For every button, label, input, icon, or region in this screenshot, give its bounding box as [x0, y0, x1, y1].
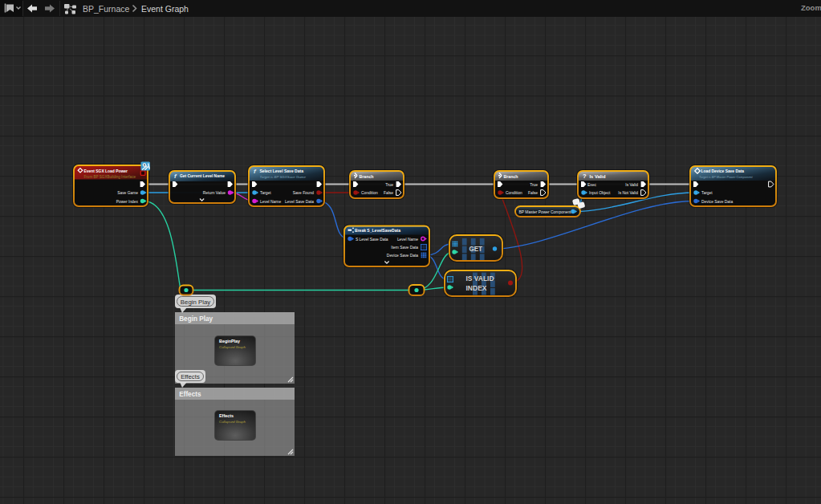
svg-text:False: False: [384, 191, 393, 195]
svg-text:Device Save Data: Device Save Data: [701, 200, 733, 204]
svg-text:Is Valid: Is Valid: [590, 174, 606, 179]
svg-text:Effects: Effects: [179, 391, 201, 398]
svg-text:Branch: Branch: [360, 174, 374, 179]
svg-text:Event SGX Load Power: Event SGX Load Power: [84, 169, 128, 173]
svg-text:BeginPlay: BeginPlay: [219, 339, 240, 343]
svg-text:True: True: [530, 183, 538, 187]
svg-text:IS VALID: IS VALID: [466, 274, 494, 282]
svg-text:Return Value: Return Value: [203, 191, 226, 195]
svg-text:Save Found: Save Found: [293, 191, 315, 195]
svg-text:Load Device Save Data: Load Device Save Data: [701, 169, 745, 173]
svg-text:Begin Play: Begin Play: [181, 299, 210, 306]
svg-text:Exec: Exec: [587, 183, 596, 187]
svg-text:Collapsed Graph: Collapsed Graph: [219, 345, 246, 349]
svg-text:BP Master Power Component: BP Master Power Component: [519, 209, 572, 214]
svg-text:Save Game: Save Game: [117, 191, 138, 195]
svg-text:Select Level Save Data: Select Level Save Data: [260, 169, 304, 173]
svg-text:True: True: [385, 183, 393, 187]
svg-text:Item Save Data: Item Save Data: [391, 246, 418, 250]
svg-text:Target is BP SGXSave Game: Target is BP SGXSave Game: [260, 175, 307, 179]
svg-text:False: False: [528, 191, 538, 195]
svg-text:Break S_LevelSaveData: Break S_LevelSaveData: [355, 228, 401, 233]
svg-text:BP_Furnace: BP_Furnace: [83, 4, 130, 14]
svg-text:Get Current Level Name: Get Current Level Name: [180, 173, 225, 178]
svg-text:Device Save Data: Device Save Data: [387, 254, 418, 258]
svg-text:Power Index: Power Index: [116, 200, 139, 204]
svg-text:Input Object: Input Object: [589, 191, 611, 195]
svg-text:GET: GET: [469, 244, 482, 253]
svg-text:Target: Target: [701, 191, 713, 195]
svg-text:Branch: Branch: [504, 174, 518, 179]
svg-text:Level Save Data: Level Save Data: [285, 200, 314, 204]
svg-text:Condition: Condition: [361, 191, 378, 195]
svg-text:S Level Save Data: S Level Save Data: [356, 238, 388, 242]
svg-text:Is Not Valid: Is Not Valid: [618, 191, 638, 195]
svg-text:Event Graph: Event Graph: [141, 4, 189, 14]
svg-text:Target: Target: [260, 191, 271, 195]
svg-text:Collapsed Graph: Collapsed Graph: [219, 420, 246, 424]
svg-text:Begin Play: Begin Play: [179, 315, 213, 323]
svg-text:Effects: Effects: [219, 413, 234, 418]
svg-text:?: ?: [583, 173, 587, 180]
svg-text:Is Valid: Is Valid: [625, 183, 638, 187]
svg-text:From BP SGXBuilding Interface: From BP SGXBuilding Interface: [84, 175, 136, 179]
svg-text:Level Name: Level Name: [397, 238, 418, 242]
svg-text:Target is BP Master Power Comp: Target is BP Master Power Component: [699, 175, 753, 179]
svg-text:Condition: Condition: [506, 191, 522, 195]
svg-text:Zoom -5: Zoom -5: [801, 3, 821, 12]
svg-text:Effects: Effects: [181, 373, 200, 380]
svg-text:Level Name: Level Name: [260, 200, 281, 204]
svg-text:INDEX: INDEX: [466, 283, 487, 292]
